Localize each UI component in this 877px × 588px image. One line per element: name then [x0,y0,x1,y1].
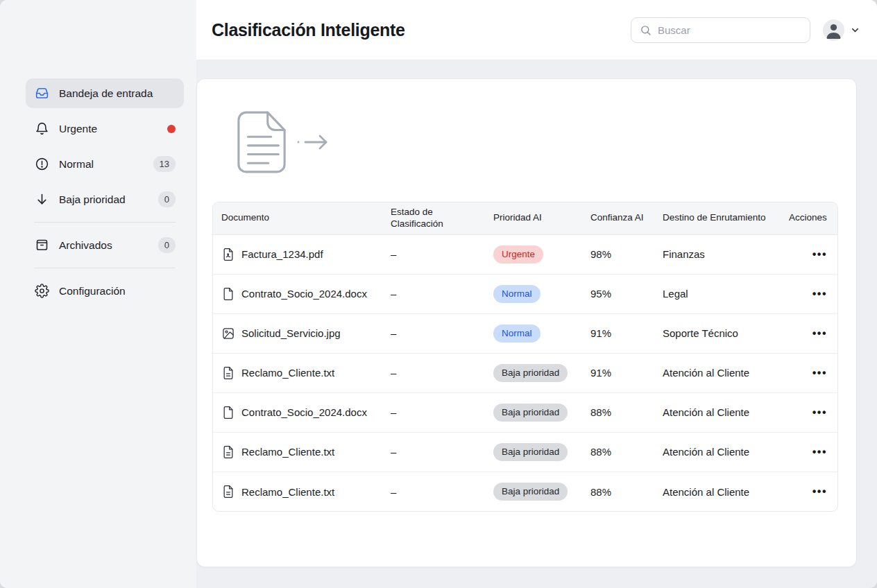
classification-card: DocumentoEstado de ClasificaciónPriorida… [196,78,857,567]
header: Clasificación Inteligente [196,0,877,60]
priority-badge: Baja prioridad [493,364,568,382]
main-column: Clasificación Inteligente [196,0,877,588]
column-header: Destino de Enrutamiento [654,202,781,234]
inbox-icon [34,86,49,101]
file-name: Solicitud_Servicio.jpg [241,327,341,339]
document-icon [236,110,287,174]
avatar[interactable] [823,19,844,41]
unread-dot [167,125,176,133]
routing-destination: Soporte Técnico [663,327,738,339]
table-row: Contrato_Socio_2024.docx–Baja prioridad8… [213,392,838,432]
row-actions-button[interactable]: ••• [811,483,828,501]
table-body: Factura_1234.pdf–Urgente98%Finanzas•••Co… [213,234,838,511]
confidence-value: 88% [590,486,611,498]
priority-badge: Baja prioridad [493,443,568,461]
sidebar-item-urgent[interactable]: Urgente [26,114,184,144]
file-name: Reclamo_Cliente.txt [241,446,334,458]
file-cell: Contrato_Socio_2024.docx [221,406,374,420]
archive-icon [34,238,49,253]
column-header: Estado de Clasificación [382,202,485,234]
confidence-value: 91% [590,327,611,339]
sidebar-item-label: Normal [59,158,144,171]
search-input[interactable] [658,24,801,36]
column-header: Prioridad AI [485,202,582,234]
sidebar-item-archived[interactable]: Archivados0 [26,230,184,260]
file-name: Contrato_Socio_2024.docx [241,288,367,300]
sidebar-item-low[interactable]: Baja prioridad0 [26,184,184,214]
file-name: Factura_1234.pdf [241,248,323,260]
arrow-down-icon [34,192,49,207]
confidence-value: 88% [590,406,611,418]
app-window: Bandeja de entradaUrgenteNormal13Baja pr… [0,0,877,588]
row-actions-button[interactable]: ••• [811,364,828,382]
row-actions-button[interactable]: ••• [811,404,828,422]
file-name: Reclamo_Cliente.txt [241,486,334,498]
table-row: Contrato_Socio_2024.docx–Normal95%Legal•… [213,274,838,313]
sidebar-item-label: Configuración [59,285,176,297]
table-row: Factura_1234.pdf–Urgente98%Finanzas••• [213,234,838,274]
table-row: Reclamo_Cliente.txt–Baja prioridad88%Ate… [213,432,838,472]
file-cell: Factura_1234.pdf [221,248,374,261]
search-icon [640,24,652,36]
file-text-icon [221,485,235,499]
search-box[interactable] [631,17,810,43]
row-actions-button[interactable]: ••• [811,285,828,303]
document-routing-illustration [236,110,838,174]
file-doc-icon [221,406,235,420]
routing-destination: Atención al Cliente [663,446,749,458]
row-actions-button[interactable]: ••• [811,443,828,461]
sidebar-item-settings[interactable]: Configuración [26,276,184,306]
sidebar-item-label: Bandeja de entrada [59,87,176,100]
file-doc-icon [221,287,235,301]
sidebar-item-label: Baja prioridad [59,193,148,206]
row-actions-button[interactable]: ••• [811,245,828,263]
confidence-value: 98% [590,248,611,260]
count-badge: 13 [153,156,176,172]
routing-destination: Atención al Cliente [663,367,749,379]
sidebar: Bandeja de entradaUrgenteNormal13Baja pr… [0,0,196,588]
classification-status: – [391,486,396,498]
sidebar-divider [34,268,176,268]
confidence-value: 88% [590,446,611,458]
file-cell: Reclamo_Cliente.txt [221,366,374,380]
page-title: Clasificación Inteligente [212,20,405,40]
chevron-down-icon [850,25,860,35]
user-icon [823,19,844,41]
alert-circle-icon [34,157,49,172]
file-image-icon [221,327,235,340]
file-name: Contrato_Socio_2024.docx [241,406,367,418]
sidebar-item-label: Archivados [59,239,148,252]
file-text-icon [221,445,235,459]
file-name: Reclamo_Cliente.txt [241,367,334,379]
sidebar-item-inbox[interactable]: Bandeja de entrada [26,78,184,108]
row-actions-button[interactable]: ••• [811,325,828,343]
documents-table: DocumentoEstado de ClasificaciónPriorida… [212,202,838,512]
sidebar-item-normal[interactable]: Normal13 [26,149,184,179]
classification-status: – [391,406,396,418]
routing-destination: Finanzas [663,248,705,260]
priority-badge: Baja prioridad [493,404,568,422]
table-row: Reclamo_Cliente.txt–Baja prioridad88%Ate… [213,472,838,511]
classification-status: – [391,446,396,458]
classification-status: – [391,288,396,300]
arrow-right-icon [296,133,330,151]
file-text-icon [221,366,235,380]
confidence-value: 91% [590,367,611,379]
table-row: Solicitud_Servicio.jpg–Normal91%Soporte … [213,313,838,353]
routing-destination: Atención al Cliente [663,486,749,498]
count-badge: 0 [158,191,176,207]
file-cell: Reclamo_Cliente.txt [221,485,374,499]
count-badge: 0 [158,237,176,253]
priority-badge: Baja prioridad [493,483,568,501]
gear-icon [34,284,49,299]
file-cell: Solicitud_Servicio.jpg [221,327,374,340]
priority-badge: Normal [493,325,540,343]
user-menu[interactable] [823,19,860,41]
routing-destination: Legal [663,288,688,300]
column-header: Acciones [781,202,838,234]
routing-destination: Atención al Cliente [663,406,749,418]
sidebar-item-label: Urgente [59,123,157,135]
bell-icon [34,121,49,137]
classification-status: – [391,248,396,260]
file-cell: Contrato_Socio_2024.docx [221,287,374,301]
